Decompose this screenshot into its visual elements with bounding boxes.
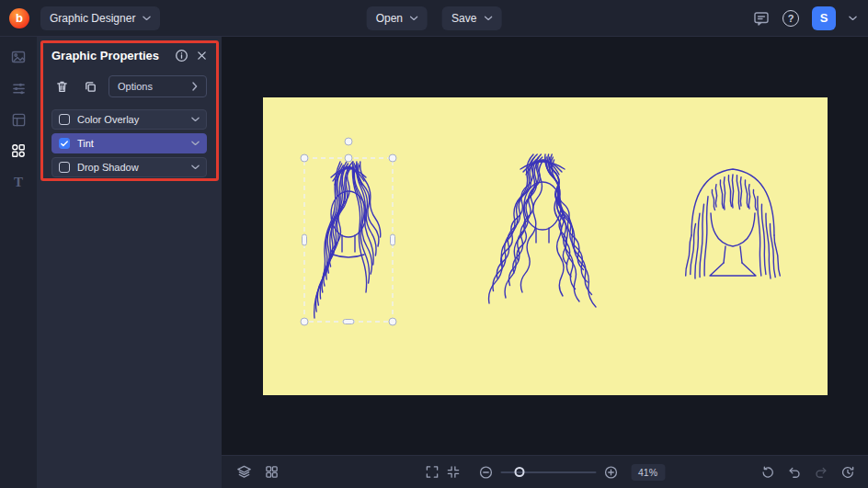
- chevron-down-icon[interactable]: [191, 141, 200, 146]
- redo-button[interactable]: [814, 465, 828, 480]
- open-label: Open: [376, 12, 403, 25]
- duplicate-button[interactable]: [80, 76, 100, 96]
- selection-handle-bottom-left[interactable]: [301, 318, 308, 325]
- history-button[interactable]: [840, 465, 855, 480]
- sidebar-item-text[interactable]: T: [7, 173, 29, 191]
- sidebar-item-images[interactable]: [7, 48, 29, 66]
- info-icon: [175, 49, 188, 62]
- fit-screen-icon: [425, 465, 439, 479]
- zoom-in-icon: [603, 465, 618, 480]
- options-button[interactable]: Options: [108, 75, 207, 97]
- tool-sidebar: T: [0, 37, 37, 488]
- zoom-slider[interactable]: [500, 466, 596, 479]
- shrink-icon: [446, 465, 460, 479]
- chevron-down-icon: [410, 16, 418, 21]
- avatar[interactable]: S: [812, 6, 836, 30]
- sidebar-item-edit[interactable]: [7, 79, 29, 97]
- app-logo[interactable]: b: [9, 8, 29, 28]
- history-icon: [840, 465, 855, 480]
- tint-checkbox[interactable]: [59, 138, 70, 149]
- text-tool-icon: T: [14, 175, 23, 190]
- copy-icon: [84, 80, 97, 94]
- account-chevron-down-icon[interactable]: [849, 16, 857, 21]
- bottombar-right: [760, 465, 868, 480]
- zoom-slider-knob[interactable]: [515, 467, 525, 477]
- chevron-down-icon: [143, 16, 151, 21]
- drop-shadow-checkbox[interactable]: [59, 162, 70, 173]
- zoom-in-button[interactable]: [603, 465, 618, 480]
- property-row-drop-shadow[interactable]: Drop Shadow: [51, 157, 207, 177]
- close-icon: [197, 51, 207, 61]
- panel-header: Graphic Properties: [51, 49, 207, 62]
- layout-icon: [11, 112, 27, 128]
- selection-handle-left-mid[interactable]: [303, 234, 307, 245]
- property-row-tint[interactable]: Tint: [51, 133, 207, 153]
- question-mark-icon: ?: [788, 13, 794, 24]
- selection-handle-top-right[interactable]: [389, 154, 396, 162]
- property-label: Color Overlay: [77, 114, 191, 125]
- fit-screen-button[interactable]: [425, 465, 439, 479]
- selection-handle-bottom-right[interactable]: [389, 318, 396, 325]
- chevron-down-icon[interactable]: [191, 117, 200, 122]
- topbar-right: ? S: [753, 6, 868, 30]
- layers-icon: [236, 464, 252, 480]
- bottombar-left: [222, 464, 279, 480]
- save-button[interactable]: Save: [442, 6, 501, 30]
- design-canvas[interactable]: [263, 97, 828, 395]
- comment-icon: [753, 10, 770, 27]
- canvas-area: [222, 37, 868, 455]
- selection-handle-top-left[interactable]: [301, 154, 308, 162]
- close-panel-button[interactable]: [197, 51, 207, 61]
- bottom-toolbar: 41%: [222, 455, 868, 488]
- grid-icon: [265, 465, 279, 479]
- grid-view-button[interactable]: [265, 465, 279, 479]
- file-actions: Open Save: [367, 0, 502, 37]
- zoom-out-icon: [478, 465, 493, 480]
- color-overlay-checkbox[interactable]: [59, 114, 70, 125]
- panel-toolbar: Options: [51, 75, 207, 97]
- info-button[interactable]: [175, 49, 188, 62]
- top-bar: b Graphic Designer Open Save ? S: [0, 0, 868, 37]
- panel-title: Graphic Properties: [51, 49, 166, 62]
- shrink-view-button[interactable]: [446, 465, 460, 479]
- rotate-ccw-icon: [760, 465, 775, 480]
- selection-handle-bottom-mid[interactable]: [343, 320, 354, 324]
- help-button[interactable]: ?: [782, 10, 799, 27]
- shapes-grid-icon: [10, 142, 27, 159]
- chevron-down-icon[interactable]: [191, 165, 200, 170]
- app-menu-button[interactable]: Graphic Designer: [40, 6, 160, 30]
- open-button[interactable]: Open: [367, 6, 428, 30]
- app-menu-label: Graphic Designer: [50, 12, 135, 25]
- property-row-color-overlay[interactable]: Color Overlay: [51, 109, 207, 130]
- zoom-level-badge: 41%: [631, 464, 665, 481]
- sliders-icon: [11, 81, 27, 96]
- rotate-handle[interactable]: [345, 138, 352, 145]
- layers-button[interactable]: [236, 464, 252, 480]
- sidebar-item-graphics[interactable]: [7, 142, 29, 160]
- check-icon: [61, 141, 68, 147]
- zoom-out-button[interactable]: [478, 465, 493, 480]
- image-icon: [10, 49, 27, 65]
- chevron-down-icon: [484, 16, 492, 21]
- delete-button[interactable]: [51, 76, 72, 96]
- hair-illustrations: [314, 154, 781, 318]
- save-label: Save: [451, 12, 476, 25]
- sidebar-item-templates[interactable]: [7, 110, 29, 129]
- redo-icon: [814, 465, 828, 480]
- property-label: Drop Shadow: [77, 162, 191, 173]
- feedback-button[interactable]: [753, 10, 770, 27]
- undo-icon: [787, 465, 802, 480]
- chevron-right-icon: [192, 82, 198, 91]
- property-label: Tint: [77, 138, 191, 149]
- reset-view-button[interactable]: [760, 465, 775, 480]
- selection-handle-right-mid[interactable]: [391, 234, 395, 245]
- graphic-properties-panel: Graphic Properties Options: [37, 37, 222, 488]
- selection-handle-top-mid[interactable]: [345, 154, 352, 162]
- undo-button[interactable]: [787, 465, 802, 480]
- zoom-controls: 41%: [425, 464, 665, 481]
- trash-icon: [55, 80, 69, 94]
- options-label: Options: [118, 81, 192, 92]
- selection-overlay: [301, 138, 396, 325]
